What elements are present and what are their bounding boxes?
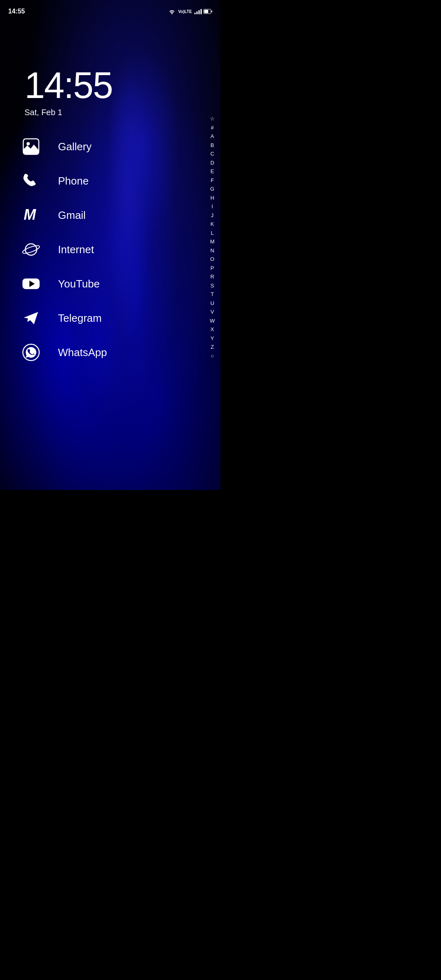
- gallery-icon: [20, 136, 42, 157]
- alpha-char-16[interactable]: O: [209, 255, 216, 264]
- app-item-whatsapp[interactable]: WhatsApp: [20, 335, 220, 370]
- alpha-char-9[interactable]: H: [209, 194, 216, 203]
- youtube-label: YouTube: [58, 278, 100, 290]
- svg-point-7: [22, 244, 40, 255]
- alpha-char-5[interactable]: D: [209, 158, 216, 167]
- alpha-char-15[interactable]: N: [209, 246, 216, 255]
- phone-label: Phone: [58, 175, 89, 187]
- app-item-youtube[interactable]: YouTube: [20, 267, 220, 301]
- alpha-char-20[interactable]: T: [209, 290, 216, 299]
- gmail-icon: M: [20, 205, 42, 226]
- svg-point-4: [27, 142, 30, 145]
- alpha-char-10[interactable]: I: [210, 202, 215, 211]
- date-display: Sat, Feb 1: [24, 108, 220, 117]
- youtube-icon: [20, 273, 42, 294]
- gallery-label: Gallery: [58, 140, 91, 153]
- alpha-char-25[interactable]: Y: [209, 334, 216, 343]
- alpha-char-3[interactable]: B: [209, 141, 216, 150]
- alpha-char-17[interactable]: P: [209, 264, 216, 273]
- alpha-char-6[interactable]: E: [209, 167, 216, 176]
- svg-text:M: M: [24, 206, 36, 223]
- gmail-label: Gmail: [58, 209, 86, 222]
- telegram-label: Telegram: [58, 312, 102, 325]
- phone-icon: [20, 170, 42, 192]
- app-item-gallery[interactable]: Gallery: [20, 129, 220, 164]
- volte-icon: Vo)LTE: [178, 9, 192, 14]
- alpha-index: ☆#ABCDEFGHIJKLMNOPRSTUVWXYZ○: [208, 114, 216, 360]
- status-time: 14:55: [8, 8, 25, 15]
- alpha-char-23[interactable]: W: [208, 316, 216, 325]
- status-bar: 14:55 Vo)LTE: [0, 0, 220, 18]
- whatsapp-label: WhatsApp: [58, 346, 107, 359]
- app-item-telegram[interactable]: Telegram: [20, 301, 220, 335]
- internet-label: Internet: [58, 243, 94, 256]
- wifi-icon: [168, 9, 176, 14]
- alpha-char-14[interactable]: M: [208, 237, 216, 246]
- battery-icon: [203, 9, 212, 14]
- whatsapp-icon: [20, 342, 42, 363]
- alpha-char-12[interactable]: K: [209, 220, 216, 229]
- alpha-char-2[interactable]: A: [209, 132, 216, 141]
- alpha-char-13[interactable]: L: [209, 229, 215, 238]
- svg-rect-1: [212, 11, 212, 13]
- alpha-char-19[interactable]: S: [209, 281, 216, 290]
- signal-icon: [194, 9, 202, 14]
- status-icons: Vo)LTE: [168, 9, 212, 14]
- alpha-char-7[interactable]: F: [209, 176, 216, 185]
- svg-rect-2: [204, 10, 208, 13]
- clock-section: 14:55 Sat, Feb 1: [0, 18, 220, 117]
- alpha-char-24[interactable]: X: [209, 325, 216, 334]
- alpha-char-11[interactable]: J: [209, 211, 216, 220]
- app-item-phone[interactable]: Phone: [20, 164, 220, 198]
- alpha-char-21[interactable]: U: [209, 299, 216, 308]
- telegram-icon: [20, 307, 42, 329]
- alpha-char-1[interactable]: #: [209, 123, 215, 132]
- app-item-gmail[interactable]: M Gmail: [20, 198, 220, 232]
- alpha-char-22[interactable]: V: [209, 307, 216, 316]
- app-item-internet[interactable]: Internet: [20, 232, 220, 267]
- alpha-char-18[interactable]: R: [209, 272, 216, 281]
- internet-icon: [20, 239, 42, 260]
- alpha-char-26[interactable]: Z: [209, 343, 216, 352]
- alpha-char-0[interactable]: ☆: [208, 114, 216, 123]
- clock-display: 14:55: [24, 67, 220, 104]
- app-list: Gallery Phone M Gmail: [0, 129, 220, 370]
- alpha-char-8[interactable]: G: [209, 185, 216, 194]
- alpha-char-4[interactable]: C: [209, 149, 216, 158]
- alpha-char-27[interactable]: ○: [209, 352, 216, 361]
